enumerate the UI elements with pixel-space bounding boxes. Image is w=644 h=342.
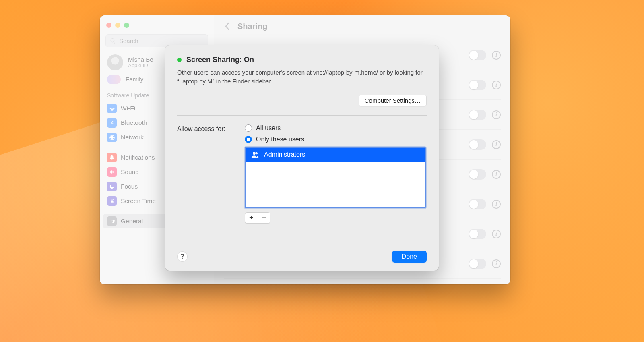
users-list[interactable]: Administrators — [245, 147, 426, 208]
radio-label: Only these users: — [256, 136, 306, 143]
radio-only-these-users[interactable]: Only these users: — [245, 136, 427, 143]
status-dot-icon — [177, 58, 182, 62]
radio-label: All users — [256, 124, 281, 132]
sheet-footer: ? Done — [177, 243, 427, 263]
radio-button-icon — [245, 136, 252, 143]
user-list-row[interactable]: Administrators — [246, 148, 425, 162]
computer-settings-row: Computer Settings… — [177, 95, 427, 116]
allow-access-label: Allow access for: — [177, 124, 237, 224]
sheet-title-row: Screen Sharing: On — [177, 56, 427, 64]
help-button[interactable]: ? — [177, 251, 188, 262]
svg-point-2 — [256, 152, 258, 154]
add-button[interactable]: + — [245, 213, 258, 223]
user-list-label: Administrators — [264, 151, 305, 158]
add-remove-controls: + − — [245, 212, 270, 224]
access-radio-group: All users Only these users: Administrato… — [245, 124, 427, 224]
sheet-description: Other users can access your computer's s… — [177, 68, 427, 86]
group-icon — [251, 151, 259, 158]
done-button[interactable]: Done — [392, 251, 427, 263]
radio-all-users[interactable]: All users — [245, 124, 427, 132]
svg-point-1 — [253, 152, 256, 155]
sheet-title: Screen Sharing: On — [186, 56, 254, 64]
allow-access-row: Allow access for: All users Only these u… — [177, 124, 427, 224]
computer-settings-button[interactable]: Computer Settings… — [359, 95, 427, 106]
radio-button-icon — [245, 124, 252, 132]
remove-button[interactable]: − — [258, 213, 270, 223]
screen-sharing-sheet: Screen Sharing: On Other users can acces… — [165, 45, 439, 271]
